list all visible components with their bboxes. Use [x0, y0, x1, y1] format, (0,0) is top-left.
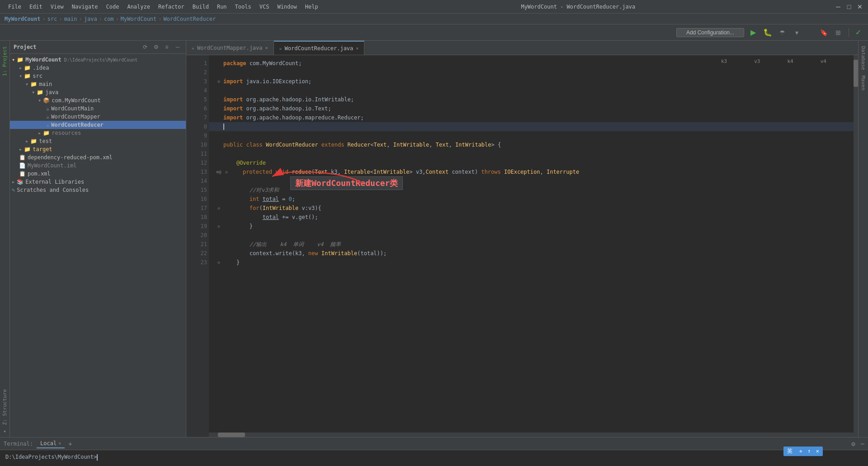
tab-wordcountreducer[interactable]: ☕ WordCountReducer.java ✕ — [274, 41, 365, 55]
code-line-21: //输出 k4 单词 v4 频率 — [209, 240, 854, 249]
tree-wordcountmapper[interactable]: ☕ WordCountMapper — [10, 113, 186, 121]
menu-view[interactable]: View — [47, 3, 67, 11]
code-line-10: public class WordCountReducer extends Re… — [209, 140, 854, 149]
tab-reducer-close[interactable]: ✕ — [356, 46, 359, 51]
breadcrumb-project[interactable]: MyWordCount — [5, 16, 40, 22]
right-panel: Database Maven — [858, 41, 868, 437]
code-line-18: total += v.get(); — [209, 213, 854, 222]
run-config-button[interactable]: Add Configuration... — [676, 28, 744, 37]
terminal-minimize-icon[interactable]: ─ — [861, 440, 864, 447]
tree-src[interactable]: ▾ 📁 src — [10, 72, 186, 80]
code-content[interactable]: k3 v3 k4 v4 package com.MyWordCount; ◇ i… — [209, 55, 854, 437]
tree-wordcountmain[interactable]: ☕ WordCountMain — [10, 105, 186, 113]
breadcrumb-mywordcount[interactable]: MyWordCount — [121, 16, 156, 22]
tree-idea[interactable]: ▸ 📁 .idea — [10, 64, 186, 72]
line-numbers: 1 2 3 4 5 6 7 8 9 10 11 12 13 14 15 16 1… — [186, 55, 209, 437]
menu-refactor[interactable]: Refactor — [155, 3, 188, 11]
ime-indicator[interactable]: 英 ✈ ↑ ✕ — [783, 447, 823, 456]
menu-tools[interactable]: Tools — [231, 3, 255, 11]
sidebar-header: Project ⟳ ⚙ ≡ ─ — [10, 41, 186, 54]
vertical-scrollbar[interactable] — [854, 55, 858, 437]
code-line-15: //对v3求和 — [209, 185, 854, 195]
breadcrumb-main[interactable]: main — [64, 16, 77, 22]
layout-button[interactable]: ⊞ — [833, 27, 844, 38]
bookmark-button[interactable]: 🔖 — [818, 27, 829, 38]
horizontal-scrollbar[interactable] — [209, 433, 854, 437]
coverage-button[interactable]: ☂ — [777, 27, 788, 38]
window-controls: ─ □ ✕ — [835, 3, 863, 10]
code-line-4 — [209, 86, 854, 95]
breadcrumb-file[interactable]: WordCountReducer — [164, 16, 216, 22]
code-line-17: ◇ for(IntWritable v:v3){ — [209, 204, 854, 213]
tree-root[interactable]: ▾ 📁 MyWordCount D:\IdeaProjects\MyWordCo… — [10, 56, 186, 64]
settings-icon[interactable]: ≡ — [162, 43, 171, 52]
project-tree: ▾ 📁 MyWordCount D:\IdeaProjects\MyWordCo… — [10, 54, 186, 437]
terminal-cursor — [97, 454, 98, 461]
run-button[interactable]: ▶ — [748, 27, 759, 38]
close-button[interactable]: ✕ — [856, 3, 863, 10]
code-line-23: ◇ } — [209, 258, 854, 267]
code-line-19: ◇ } — [209, 222, 854, 231]
tree-external-libs[interactable]: ▸ 📚 External Libraries — [10, 178, 186, 186]
breadcrumb-com[interactable]: com — [104, 16, 114, 22]
title-bar: File Edit View Navigate Code Analyze Ref… — [0, 0, 868, 14]
menu-file[interactable]: File — [5, 3, 25, 11]
structure-tab[interactable]: Z: Structure — [1, 387, 9, 427]
minimize-panel-button[interactable]: ─ — [173, 43, 182, 52]
tree-target[interactable]: ▸ 📁 target — [10, 145, 186, 153]
sync-button[interactable]: ⟳ — [141, 43, 150, 52]
code-editor: 1 2 3 4 5 6 7 8 9 10 11 12 13 14 15 16 1… — [186, 55, 858, 437]
menu-vcs[interactable]: VCS — [256, 3, 273, 11]
menu-analyze[interactable]: Analyze — [123, 3, 154, 11]
tree-scratches[interactable]: ✎ Scratches and Consoles — [10, 186, 186, 194]
main-layout: 1: Project Z: Structure ★ Project ⟳ ⚙ ≡ … — [0, 41, 868, 437]
database-tab[interactable]: Database — [859, 44, 867, 72]
terminal-local-tab[interactable]: Local ✕ — [37, 439, 65, 448]
tree-package[interactable]: ▾ 📦 com.MyWordCount — [10, 96, 186, 105]
left-tabs-panel: 1: Project Z: Structure ★ — [0, 41, 10, 437]
editor-area: ☕ WordCountMapper.java ✕ ☕ WordCountRedu… — [186, 41, 858, 437]
breadcrumb-src[interactable]: src — [47, 16, 57, 22]
favorites-tab[interactable]: ★ — [3, 428, 6, 433]
tree-wordcountreducer[interactable]: ☕ WordCountReducer — [10, 121, 186, 129]
maximize-button[interactable]: □ — [845, 3, 853, 10]
tree-test[interactable]: ▸ 📁 test — [10, 137, 186, 145]
tab-mapper-close[interactable]: ✕ — [265, 45, 268, 50]
more-run-button[interactable]: ▾ — [791, 27, 802, 38]
check-mark[interactable]: ✓ — [853, 27, 863, 38]
tab-wordcountmapper[interactable]: ☕ WordCountMapper.java ✕ — [186, 41, 274, 55]
terminal-content[interactable]: D:\IdeaProjects\MyWordCount> — [0, 450, 868, 466]
terminal-close-icon[interactable]: ✕ — [58, 441, 61, 446]
maven-tab[interactable]: Maven — [859, 74, 867, 92]
terminal-add-button[interactable]: + — [68, 440, 72, 447]
gear-icon[interactable]: ⚙ — [151, 43, 160, 52]
minimize-button[interactable]: ─ — [835, 3, 842, 10]
tree-dep-pom[interactable]: 📋 dependency-reduced-pom.xml — [10, 153, 186, 162]
code-line-6: import org.apache.hadoop.io.Text; — [209, 104, 854, 113]
terminal-panel: Terminal: Local ✕ + ⚙ ─ D:\IdeaProjects\… — [0, 437, 868, 466]
menu-build[interactable]: Build — [189, 3, 212, 11]
code-line-2 — [209, 68, 854, 77]
menu-code[interactable]: Code — [103, 3, 123, 11]
tree-java[interactable]: ▾ 📁 java — [10, 88, 186, 96]
code-line-7: import org.apache.hadoop.mapreduce.Reduc… — [209, 113, 854, 122]
menu-help[interactable]: Help — [302, 3, 322, 11]
code-line-8 — [209, 122, 854, 131]
code-line-13: ⚙@ ◇ protected void reduce(Text k3, Iter… — [209, 167, 854, 176]
project-panel: Project ⟳ ⚙ ≡ ─ ▾ 📁 MyWordCount D:\IdeaP… — [10, 41, 186, 437]
menu-window[interactable]: Window — [274, 3, 300, 11]
tree-main[interactable]: ▾ 📁 main — [10, 80, 186, 88]
debug-button[interactable]: 🐛 — [762, 27, 773, 38]
project-tab[interactable]: 1: Project — [1, 44, 9, 78]
menu-edit[interactable]: Edit — [26, 3, 46, 11]
tree-resources[interactable]: ▸ 📁 resources — [10, 129, 186, 137]
terminal-settings-icon[interactable]: ⚙ — [851, 440, 855, 447]
window-title: MyWordCount - WordCountReducer.java — [521, 4, 635, 10]
tree-iml[interactable]: 📄 MyWordCount.iml — [10, 162, 186, 170]
terminal-label: Terminal: — [4, 441, 33, 447]
editor-tabs: ☕ WordCountMapper.java ✕ ☕ WordCountRedu… — [186, 41, 858, 55]
menu-navigate[interactable]: Navigate — [68, 3, 102, 11]
tree-pom[interactable]: 📋 pom.xml — [10, 170, 186, 178]
menu-run[interactable]: Run — [213, 3, 231, 11]
breadcrumb-java[interactable]: java — [84, 16, 97, 22]
